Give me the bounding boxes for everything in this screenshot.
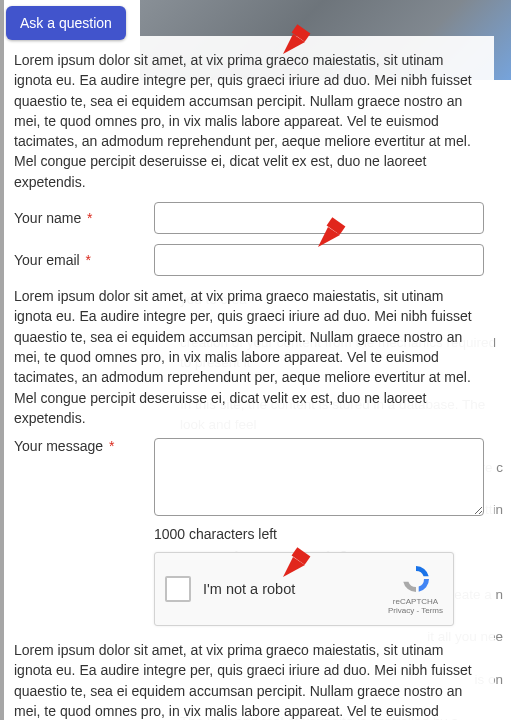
custom-text-top: Lorem ipsum dolor sit amet, at vix prima… — [14, 50, 484, 192]
recaptcha-logo-icon — [400, 563, 432, 595]
contact-form-panel: Lorem ipsum dolor sit amet, at vix prima… — [4, 36, 494, 720]
email-label-text: Your email — [14, 252, 80, 268]
recaptcha-brand-text: reCAPTCHA — [388, 597, 443, 607]
custom-text-middle: Lorem ipsum dolor sit amet, at vix prima… — [14, 286, 484, 428]
email-label: Your email * — [14, 252, 154, 268]
message-label-text: Your message — [14, 438, 103, 454]
required-star: * — [87, 210, 92, 226]
required-star: * — [109, 438, 114, 454]
recaptcha-brand-block: reCAPTCHA Privacy - Terms — [388, 563, 443, 616]
name-row: Your name * — [14, 202, 484, 234]
char-counter: 1000 characters left — [154, 526, 484, 542]
email-input[interactable] — [154, 244, 484, 276]
message-row: Your message * — [14, 438, 484, 516]
custom-text-bottom: Lorem ipsum dolor sit amet, at vix prima… — [14, 640, 484, 720]
ask-question-button[interactable]: Ask a question — [6, 6, 126, 40]
message-label: Your message * — [14, 438, 154, 454]
message-textarea[interactable] — [154, 438, 484, 516]
recaptcha-checkbox[interactable] — [165, 576, 191, 602]
required-star: * — [86, 252, 91, 268]
email-row: Your email * — [14, 244, 484, 276]
recaptcha-label: I'm not a robot — [203, 581, 388, 597]
name-label-text: Your name — [14, 210, 81, 226]
name-label: Your name * — [14, 210, 154, 226]
recaptcha-links[interactable]: Privacy - Terms — [388, 606, 443, 616]
recaptcha-widget: I'm not a robot reCAPTCHA Privacy - Term… — [154, 552, 454, 626]
name-input[interactable] — [154, 202, 484, 234]
